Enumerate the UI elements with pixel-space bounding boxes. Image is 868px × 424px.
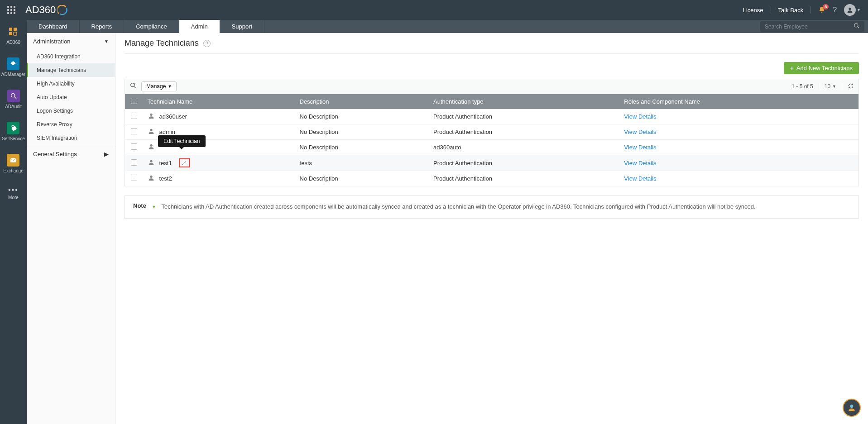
rail-item-admanager[interactable]: ADManager [1, 57, 25, 77]
svg-rect-7 [10, 158, 16, 162]
svg-point-18 [850, 405, 854, 408]
view-details-link[interactable]: View Details [624, 129, 656, 135]
col-roles[interactable]: Roles and Component Name [619, 94, 858, 110]
svg-point-10 [131, 83, 134, 87]
view-details-link[interactable]: View Details [624, 113, 656, 120]
sidebar-item-ad360-integration[interactable]: AD360 Integration [27, 50, 115, 63]
description-cell: No Description [295, 109, 429, 124]
chevron-down-icon: ▼ [832, 84, 836, 89]
auth-cell: Product Authentication [429, 171, 619, 186]
nav-tab-support[interactable]: Support [220, 20, 265, 33]
manage-dropdown[interactable]: Manage ▼ [141, 81, 177, 91]
table-row: ad360userNo DescriptionProduct Authentic… [125, 109, 859, 124]
bullet-icon: • [153, 203, 155, 212]
user-icon [148, 143, 155, 152]
svg-point-16 [150, 160, 152, 162]
brand-logo: AD360 [25, 4, 67, 16]
svg-rect-4 [14, 32, 17, 35]
sidebar-section-general[interactable]: General Settings ▶ [27, 145, 115, 163]
table-row: test1testsProduct AuthenticationView Det… [125, 155, 859, 171]
svg-point-13 [150, 114, 152, 116]
sidebar-item-logon-settings[interactable]: Logon Settings [27, 104, 115, 118]
technician-name: admin [159, 129, 175, 135]
note-label: Note [133, 202, 146, 212]
technicians-table: Technician Name Description Authenticati… [125, 94, 859, 186]
brand-swoosh-icon [58, 5, 67, 15]
notification-badge: 3 [823, 4, 829, 10]
row-checkbox[interactable] [131, 159, 137, 166]
note-box: Note • Technicians with AD Authenticatio… [125, 195, 859, 219]
user-icon [148, 128, 155, 136]
edit-technician-button[interactable] [179, 158, 190, 167]
rail-item-ad360[interactable]: AD360 [6, 25, 20, 45]
help-icon[interactable]: ? [833, 6, 837, 14]
description-cell: No Description [295, 171, 429, 186]
sidebar-item-auto-update[interactable]: Auto Update [27, 91, 115, 104]
adaudit-icon [7, 90, 20, 102]
content: Manage Technicians ? + Add New Technicia… [115, 33, 868, 424]
sidebar-item-reverse-proxy[interactable]: Reverse Proxy [27, 118, 115, 131]
chevron-down-icon: ▼ [104, 39, 109, 44]
main-nav: DashboardReportsComplianceAdminSupport [27, 20, 868, 33]
rail-item-selfservice[interactable]: SelfService [2, 122, 25, 141]
description-cell: No Description [295, 140, 429, 155]
help-icon[interactable]: ? [203, 40, 211, 47]
table-search-icon[interactable] [129, 82, 137, 91]
svg-rect-2 [14, 28, 17, 31]
table-toolbar: Manage ▼ 1 - 5 of 5 10 ▼ [125, 79, 859, 94]
chevron-right-icon: ▶ [104, 151, 109, 157]
app-launcher-icon[interactable] [7, 6, 15, 14]
technician-name: test2 [159, 175, 172, 182]
sidebar-item-manage-technicians[interactable]: Manage Technicians [27, 63, 115, 77]
sidebar: Administration ▼ AD360 IntegrationManage… [27, 33, 115, 424]
nav-tab-reports[interactable]: Reports [80, 20, 125, 33]
top-header: AD360 License Talk Back 3 ? ▼ [0, 0, 868, 20]
chat-fab[interactable] [843, 399, 861, 417]
rail-item-exchange[interactable]: Exchange [3, 154, 23, 173]
description-cell: tests [295, 155, 429, 171]
view-details-link[interactable]: View Details [624, 175, 656, 182]
sidebar-item-siem-integration[interactable]: SIEM Integration [27, 131, 115, 145]
row-checkbox[interactable] [131, 143, 137, 150]
user-avatar[interactable] [844, 4, 856, 16]
svg-line-9 [858, 27, 859, 28]
page-title: Manage Technicians [125, 38, 199, 48]
rail-more[interactable]: ••• More [8, 186, 19, 200]
selfservice-icon [7, 122, 19, 134]
row-checkbox[interactable] [131, 113, 137, 119]
auth-cell: Product Authentication [429, 109, 619, 124]
per-page-dropdown[interactable]: 10 ▼ [819, 83, 836, 90]
svg-point-14 [150, 129, 152, 131]
sidebar-item-high-availability[interactable]: High Availability [27, 77, 115, 91]
svg-point-5 [11, 94, 14, 97]
note-text: Technicians with AD Authentication creat… [162, 202, 851, 212]
sidebar-section-administration[interactable]: Administration ▼ [27, 33, 115, 50]
col-technician-name[interactable]: Technician Name [143, 94, 295, 110]
notifications-icon[interactable]: 3 [818, 6, 825, 14]
view-details-link[interactable]: View Details [624, 160, 656, 167]
search-input[interactable] [760, 22, 849, 32]
col-description[interactable]: Description [295, 94, 429, 110]
ad360-icon [7, 25, 19, 38]
nav-tab-compliance[interactable]: Compliance [124, 20, 179, 33]
refresh-button[interactable] [842, 83, 854, 91]
view-details-link[interactable]: View Details [624, 144, 656, 151]
col-auth-type[interactable]: Authentication type [429, 94, 619, 110]
left-rail: AD360 ADManager ADAudit SelfService Exch… [0, 20, 27, 424]
search-icon[interactable] [849, 23, 864, 31]
nav-tab-dashboard[interactable]: Dashboard [27, 20, 80, 33]
svg-rect-1 [9, 28, 12, 31]
technician-name: test1 [159, 160, 172, 167]
row-checkbox[interactable] [131, 175, 137, 181]
rail-item-adaudit[interactable]: ADAudit [5, 90, 22, 109]
select-all-checkbox[interactable] [131, 98, 137, 104]
nav-tab-admin[interactable]: Admin [179, 20, 220, 33]
divider [771, 6, 771, 14]
svg-point-15 [150, 144, 152, 147]
license-link[interactable]: License [743, 7, 763, 14]
add-new-technicians-button[interactable]: + Add New Technicians [784, 62, 859, 74]
user-dropdown-caret[interactable]: ▼ [857, 8, 861, 12]
row-checkbox[interactable] [131, 128, 137, 134]
employee-search[interactable] [760, 21, 864, 32]
talkback-link[interactable]: Talk Back [778, 7, 804, 14]
